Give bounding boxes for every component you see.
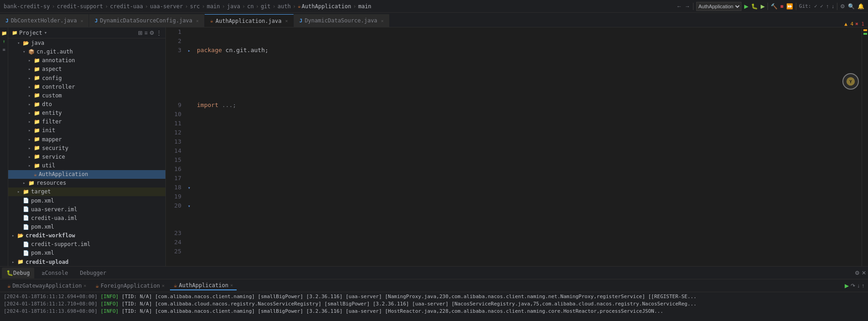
tree-item-mapper[interactable]: ▸ 📁 mapper: [8, 135, 165, 144]
debug-app-tab-auth[interactable]: ☕ AuthApplication ✕: [170, 281, 237, 290]
navigate-back-button[interactable]: ←: [677, 3, 682, 10]
folder-icon: 📁: [34, 110, 40, 116]
expand-arrow: ▾: [17, 41, 23, 45]
run-config-select[interactable]: AuthApplication: [696, 2, 741, 11]
tab-close-button[interactable]: ✕: [196, 18, 199, 23]
debug-tab[interactable]: 🐛 Debug: [2, 268, 34, 278]
fold-button[interactable]: ▾: [185, 183, 193, 192]
errors-badge: ✖ 1: [855, 21, 864, 27]
folder-icon: 📁: [34, 154, 40, 160]
project-tree: 📁 Project ▾ ⊞ ≡ ⚙ ⋮ ▾ 📂 java ▾ 📦 cn.git.…: [8, 27, 166, 266]
bottom-panel: 🐛 Debug ≥ Console Debugger ⚙ ✕ ☕ DmzGate…: [0, 266, 868, 321]
code-editor[interactable]: 1 2 3 9 10 11 12 13 14 15 16 17 18 19 20: [166, 27, 868, 266]
xml-icon: 📄: [23, 224, 29, 230]
code-content[interactable]: package cn.git.auth; import ...; /** * @…: [193, 27, 862, 266]
tree-item-init[interactable]: ▸ 📁 init: [8, 126, 165, 135]
tree-item-config[interactable]: ▸ 📁 config: [8, 74, 165, 82]
tree-item-java[interactable]: ▾ 📂 java: [8, 38, 165, 47]
tab-dynamicdatasource[interactable]: J DynamicDataSource.java ✕: [294, 14, 390, 27]
tree-item-credit-uaa-iml[interactable]: 📄 credit-uaa.iml: [8, 214, 165, 222]
sidebar-settings-button[interactable]: ⚙: [149, 30, 154, 36]
folder-icon: 📁: [23, 189, 29, 195]
log-line-3: [2024-01-18T16:11:13.698+08:00] [INFO] […: [4, 308, 864, 315]
tree-item-authapplication[interactable]: ☕ AuthApplication: [8, 170, 165, 179]
sidebar-collapse-button[interactable]: ≡: [144, 30, 148, 36]
git-pull-button[interactable]: ↓: [831, 3, 834, 10]
debug-button[interactable]: 🐛: [751, 3, 758, 10]
tree-item-service[interactable]: ▸ 📁 service: [8, 152, 165, 161]
debug-close-button[interactable]: ✕: [862, 270, 866, 276]
structure-icon[interactable]: ≡: [0, 46, 8, 53]
tree-label: dto: [42, 101, 52, 107]
tab-authapplication[interactable]: ☕ AuthApplication.java ✕: [205, 14, 294, 27]
project-icon[interactable]: 📁: [0, 29, 8, 37]
debugger-tab[interactable]: Debugger: [75, 268, 111, 278]
debug-app-tab-foreign[interactable]: ☕ ForeignApplication ✕: [92, 282, 168, 290]
fold-button[interactable]: ▾: [185, 201, 193, 210]
tree-item-credit-support-iml[interactable]: 📄 credit-support.iml: [8, 240, 165, 249]
run-button[interactable]: ▶: [744, 3, 748, 10]
console-icon: ≥: [42, 270, 45, 276]
close-icon[interactable]: ✕: [162, 283, 164, 288]
tree-label: filter: [42, 118, 62, 125]
tab-dbcontextholder[interactable]: J DbContextHolder.java ✕: [0, 14, 89, 27]
sidebar-action-button[interactable]: ⊞: [138, 30, 143, 36]
fold-button[interactable]: ▸: [185, 46, 193, 55]
tree-item-controller[interactable]: ▸ 📁 controller: [8, 82, 165, 91]
tree-item-aspect[interactable]: ▸ 📁 aspect: [8, 65, 165, 74]
expand-arrow: ▸: [28, 76, 34, 80]
folder-icon: 📁: [34, 136, 40, 142]
xml-icon: 📄: [23, 250, 29, 256]
tree-item-custom[interactable]: ▸ 📁 custom: [8, 91, 165, 100]
console-tab[interactable]: ≥ Console: [37, 268, 73, 278]
tree-item-credit-upload[interactable]: ▸ 📁 credit-upload: [8, 257, 165, 266]
tab-dynamicdatasourceconfig[interactable]: J DynamicDataSourceConfig.java ✕: [89, 14, 205, 27]
tree-item-resources[interactable]: ▸ 📁 resources: [8, 179, 165, 187]
commit-icon[interactable]: ↑: [0, 37, 8, 45]
tab-close-button[interactable]: ✕: [285, 18, 288, 23]
code-line-6: [197, 183, 862, 192]
tab-close-button[interactable]: ✕: [381, 18, 384, 23]
debug-app-tab-dmz[interactable]: ☕ DmzGatewayApplication ✕: [4, 282, 90, 290]
resume-button[interactable]: ▶: [845, 283, 849, 289]
tree-item-filter[interactable]: ▸ 📁 filter: [8, 118, 165, 126]
build-button[interactable]: 🔨: [771, 3, 778, 10]
tree-item-credit-workflow[interactable]: ▸ 📂 credit-workflow: [8, 231, 165, 240]
search-everywhere-button[interactable]: 🔍: [848, 3, 855, 10]
tree-item-annotation[interactable]: ▸ 📁 annotation: [8, 56, 165, 65]
more-run-button[interactable]: ⏩: [786, 3, 793, 10]
tree-item-entity[interactable]: ▸ 📁 entity: [8, 109, 165, 118]
expand-arrow: ▸: [28, 102, 34, 107]
tree-label: util: [42, 162, 55, 169]
step-into-button[interactable]: ↓: [857, 283, 860, 289]
settings-button[interactable]: ⚙: [840, 3, 845, 10]
tree-item-pom1[interactable]: 📄 pom.xml: [8, 196, 165, 205]
folder-icon: 📁: [34, 102, 40, 107]
app-icon: ☕: [95, 283, 99, 289]
notifications-button[interactable]: 🔔: [857, 3, 864, 10]
stop-button[interactable]: ■: [780, 3, 783, 10]
tree-item-cn-git-auth[interactable]: ▾ 📦 cn.git.auth: [8, 48, 165, 56]
tree-item-dto[interactable]: ▸ 📁 dto: [8, 100, 165, 108]
navigate-forward-button[interactable]: →: [685, 3, 690, 10]
coverage-button[interactable]: ▶: [761, 3, 765, 10]
folder-icon: 📁: [34, 58, 40, 64]
sidebar-gear-button[interactable]: ⋮: [156, 30, 162, 36]
close-icon[interactable]: ✕: [230, 283, 233, 288]
tab-close-button[interactable]: ✕: [80, 18, 83, 23]
app-icon: ☕: [7, 283, 11, 289]
git-push-button[interactable]: ↑: [826, 3, 829, 10]
tree-item-target[interactable]: ▸ 📁 target: [8, 187, 165, 196]
tree-item-util[interactable]: ▸ 📁 util: [8, 161, 165, 170]
tree-label: custom: [42, 92, 62, 99]
tree-item-pom2[interactable]: 📄 pom.xml: [8, 222, 165, 231]
tree-label: annotation: [42, 57, 75, 64]
close-icon[interactable]: ✕: [84, 283, 86, 288]
debug-settings-button[interactable]: ⚙: [855, 270, 860, 276]
tree-item-security[interactable]: ▸ 📁 security: [8, 144, 165, 152]
tree-item-uaa-server-iml[interactable]: 📄 uaa-server.iml: [8, 205, 165, 214]
step-out-button[interactable]: ↑: [862, 283, 864, 289]
tree-label: pom.xml: [31, 198, 54, 204]
step-over-button[interactable]: ↷: [851, 283, 855, 289]
tree-item-pom3[interactable]: 📄 pom.xml: [8, 249, 165, 257]
